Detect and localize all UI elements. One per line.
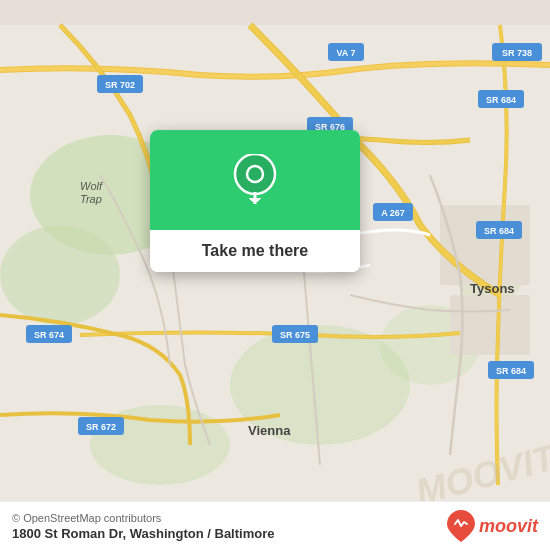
map-container: SR 738 VA 7 SR 702 SR 684 SR 676 Wolf Tr…	[0, 0, 550, 550]
moovit-text: moovit	[479, 516, 538, 537]
svg-text:Tysons: Tysons	[470, 281, 515, 296]
bottom-bar: © OpenStreetMap contributors 1800 St Rom…	[0, 501, 550, 550]
svg-text:SR 738: SR 738	[502, 48, 532, 58]
svg-text:Trap: Trap	[80, 193, 102, 205]
popup-card: Take me there	[150, 130, 360, 272]
svg-text:Vienna: Vienna	[248, 423, 291, 438]
svg-text:SR 684: SR 684	[486, 95, 516, 105]
svg-text:Wolf: Wolf	[80, 180, 103, 192]
svg-text:SR 674: SR 674	[34, 330, 64, 340]
svg-text:VA 7: VA 7	[336, 48, 355, 58]
svg-text:SR 672: SR 672	[86, 422, 116, 432]
svg-point-2	[0, 225, 120, 325]
popup-green-header	[150, 130, 360, 230]
location-pin-icon	[233, 154, 277, 206]
moovit-logo: moovit	[447, 510, 538, 542]
svg-text:SR 702: SR 702	[105, 80, 135, 90]
bottom-left-info: © OpenStreetMap contributors 1800 St Rom…	[12, 512, 274, 541]
take-me-there-button[interactable]: Take me there	[150, 230, 360, 272]
svg-text:A 267: A 267	[381, 208, 405, 218]
svg-text:SR 684: SR 684	[484, 226, 514, 236]
svg-text:SR 684: SR 684	[496, 366, 526, 376]
address-text: 1800 St Roman Dr, Washington / Baltimore	[12, 526, 274, 541]
svg-point-36	[235, 154, 275, 194]
moovit-pin-icon	[447, 510, 475, 542]
osm-credit: © OpenStreetMap contributors	[12, 512, 274, 524]
svg-text:SR 675: SR 675	[280, 330, 310, 340]
